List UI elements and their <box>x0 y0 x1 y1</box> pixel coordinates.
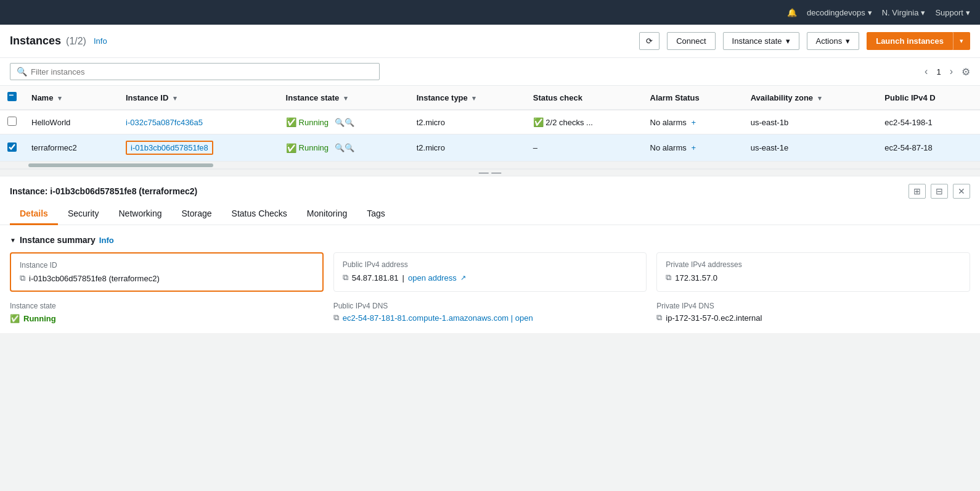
resize-handle[interactable]: — — <box>0 169 980 176</box>
row-checkbox[interactable] <box>7 117 17 126</box>
col-status-check: Status check <box>526 86 643 110</box>
user-menu[interactable]: decodingdevops ▾ <box>807 8 872 17</box>
summary-info-link[interactable]: Info <box>99 236 114 245</box>
instance-id-card: Instance ID ⧉ i-01b3cb06d57851fe8 (terra… <box>10 252 324 292</box>
header-checkbox[interactable] <box>7 92 17 101</box>
copy-public-ip-icon[interactable]: ⧉ <box>343 273 348 283</box>
row-checkbox-cell[interactable] <box>0 110 24 134</box>
main-container: Instances (1/2) Info ⟳ Connect Instance … <box>0 25 980 333</box>
table-row[interactable]: terraformec2 i-01b3cb06d57851fe8 ✅ Runni… <box>0 134 980 162</box>
status-check-cell: – <box>526 134 643 162</box>
public-ipv4-value: ⧉ 54.87.181.81 | open address ↗ <box>343 273 638 283</box>
instance-state-button[interactable]: Instance state ▾ <box>723 32 799 50</box>
private-ipv4-label: Private IPv4 addresses <box>666 260 961 269</box>
instance-id-value: ⧉ i-01b3cb06d57851fe8 (terraformec2) <box>20 273 314 283</box>
launch-instances-dropdown[interactable]: ▾ <box>953 32 970 50</box>
launch-instances-button[interactable]: Launch instances <box>867 32 953 50</box>
open-address-link[interactable]: open address <box>408 273 457 283</box>
col-alarm-status: Alarm Status <box>643 86 743 110</box>
search-input[interactable] <box>31 67 373 76</box>
settings-icon[interactable]: ⚙ <box>962 66 970 78</box>
top-nav: 🔔 decodingdevops ▾ N. Virginia ▾ Support… <box>0 0 980 25</box>
filter-bar: 🔍 ‹ 1 › ⚙ <box>0 58 980 86</box>
instance-name: HelloWorld <box>24 110 118 134</box>
copy-private-ip-icon[interactable]: ⧉ <box>666 273 671 283</box>
public-dns-value: ⧉ ec2-54-87-181-81.compute-1.amazonaws.c… <box>333 313 647 323</box>
col-name: Name ▾ <box>24 86 118 110</box>
instance-state-label: Instance state <box>10 302 324 310</box>
public-ip-cell: ec2-54-198-1 <box>877 110 980 134</box>
public-ip-cell: ec2-54-87-18 <box>877 134 980 162</box>
instance-id-cell[interactable]: i-01b3cb06d57851fe8 <box>118 134 279 162</box>
next-page-button[interactable]: › <box>946 65 957 78</box>
close-icon[interactable]: ✕ <box>953 184 970 199</box>
instance-name: terraformec2 <box>24 134 118 162</box>
row-checkbox-cell[interactable] <box>0 134 24 162</box>
instance-id-link[interactable]: i-01b3cb06d57851fe8 <box>131 143 208 152</box>
detail-panel: Instance: i-01b3cb06d57851fe8 (terraform… <box>0 176 980 333</box>
tab-security[interactable]: Security <box>58 204 109 225</box>
tab-networking[interactable]: Networking <box>109 204 172 225</box>
instance-id-cell[interactable]: i-032c75a087fc436a5 <box>118 110 279 134</box>
tab-tags[interactable]: Tags <box>357 204 395 225</box>
col-instance-type: Instance type ▾ <box>409 86 526 110</box>
detail-fields-row: Instance state ✅ Running Public IPv4 DNS… <box>10 302 970 323</box>
detail-header: Instance: i-01b3cb06d57851fe8 (terraform… <box>0 176 980 199</box>
availability-zone-cell: us-east-1b <box>743 110 878 134</box>
alarm-status-cell: No alarms + <box>643 134 743 162</box>
private-ipv4-card: Private IPv4 addresses ⧉ 172.31.57.0 <box>656 252 970 292</box>
private-dns-field: Private IPv4 DNS ⧉ ip-172-31-57-0.ec2.in… <box>656 302 970 323</box>
col-instance-state: Instance state ▾ <box>279 86 409 110</box>
tab-details[interactable]: Details <box>10 204 58 225</box>
table-row[interactable]: HelloWorld i-032c75a087fc436a5 ✅ Running… <box>0 110 980 134</box>
public-dns-label: Public IPv4 DNS <box>333 302 647 310</box>
detail-tabs: Details Security Networking Storage Stat… <box>0 204 980 225</box>
external-link-icon[interactable]: ↗ <box>460 274 466 282</box>
instance-type-cell: t2.micro <box>409 134 526 162</box>
instance-state-cell: ✅ Running 🔍🔍 <box>279 110 409 134</box>
summary-title: ▼ Instance summary Info <box>10 235 970 245</box>
search-icon: 🔍 <box>17 67 27 76</box>
instance-id-link[interactable]: i-032c75a087fc436a5 <box>126 118 203 127</box>
refresh-button[interactable]: ⟳ <box>639 32 659 50</box>
detail-title: Instance: i-01b3cb06d57851fe8 (terraform… <box>10 186 197 196</box>
status-check-cell: ✅ 2/2 checks ... <box>526 110 643 134</box>
summary-grid: Instance ID ⧉ i-01b3cb06d57851fe8 (terra… <box>10 252 970 292</box>
expand-icon[interactable]: ⊞ <box>909 184 926 199</box>
connect-button[interactable]: Connect <box>667 32 715 50</box>
pagination: ‹ 1 › <box>921 65 957 78</box>
instance-type-cell: t2.micro <box>409 110 526 134</box>
instances-table: Name ▾ Instance ID ▾ Instance state ▾ In… <box>0 86 980 162</box>
collapse-icon[interactable]: ⊟ <box>931 184 948 199</box>
col-instance-id: Instance ID ▾ <box>118 86 279 110</box>
add-alarm-icon[interactable]: + <box>691 143 696 152</box>
summary-section: ▼ Instance summary Info Instance ID ⧉ i-… <box>0 225 980 333</box>
public-dns-field: Public IPv4 DNS ⧉ ec2-54-87-181-81.compu… <box>333 302 647 323</box>
panel-icons: ⊞ ⊟ ✕ <box>909 184 970 199</box>
instance-id-label: Instance ID <box>20 261 314 270</box>
row-checkbox[interactable] <box>7 142 17 152</box>
select-all-header[interactable] <box>0 86 24 110</box>
support-menu[interactable]: Support ▾ <box>935 8 970 17</box>
tab-monitoring[interactable]: Monitoring <box>297 204 357 225</box>
actions-button[interactable]: Actions ▾ <box>807 32 860 50</box>
launch-instances-group: Launch instances ▾ <box>867 32 970 50</box>
copy-private-dns-icon[interactable]: ⧉ <box>656 313 662 323</box>
copy-instance-id-icon[interactable]: ⧉ <box>20 273 25 283</box>
tab-storage[interactable]: Storage <box>172 204 222 225</box>
tab-status-checks[interactable]: Status Checks <box>222 204 297 225</box>
page-title: Instances (1/2) <box>10 35 86 47</box>
availability-zone-cell: us-east-1e <box>743 134 878 162</box>
private-dns-value: ⧉ ip-172-31-57-0.ec2.internal <box>656 313 970 323</box>
region-menu[interactable]: N. Virginia ▾ <box>882 8 926 17</box>
instance-state-cell: ✅ Running 🔍🔍 <box>279 134 409 162</box>
col-availability-zone: Availability zone ▾ <box>743 86 878 110</box>
prev-page-button[interactable]: ‹ <box>921 65 931 78</box>
info-link[interactable]: Info <box>94 36 107 46</box>
add-alarm-icon[interactable]: + <box>691 118 696 127</box>
copy-dns-icon[interactable]: ⧉ <box>333 313 339 323</box>
notifications-icon[interactable]: 🔔 <box>787 8 797 17</box>
instance-state-value: ✅ Running <box>10 314 324 323</box>
search-box: 🔍 <box>10 63 380 80</box>
instances-header: Instances (1/2) Info ⟳ Connect Instance … <box>0 25 980 58</box>
